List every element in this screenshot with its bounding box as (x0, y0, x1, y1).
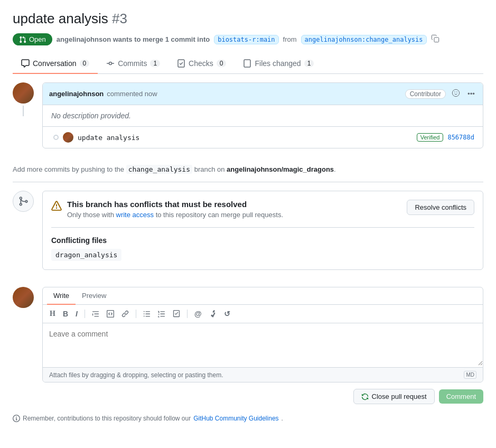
comment-text: No description provided. (51, 111, 131, 120)
toolbar-quote[interactable] (89, 309, 102, 319)
add-commits-notice: Add more commits by pushing to the chang… (13, 157, 483, 182)
comment-header: angelinajohnson commented now Contributo… (43, 83, 483, 105)
pr-title: update analysis #3 (13, 11, 483, 27)
toolbar-code[interactable] (104, 309, 117, 319)
toolbar-sep-2 (136, 310, 136, 318)
commits-count: 1 (150, 60, 160, 67)
toolbar-heading[interactable]: H (47, 308, 58, 320)
contributor-badge: Contributor (405, 89, 446, 99)
emoji-reaction-button[interactable] (450, 87, 462, 100)
toolbar-bold[interactable]: B (60, 308, 71, 320)
write-access-link[interactable]: write access (116, 211, 154, 219)
copy-icon[interactable] (431, 34, 439, 44)
conflict-desc: Only those with write access to this rep… (67, 211, 283, 219)
community-guidelines-link[interactable]: GitHub Community Guidelines (193, 415, 278, 422)
tab-checks[interactable]: Checks 0 (169, 54, 235, 74)
compare-branch[interactable]: angelinajohnson:change_analysis (301, 35, 427, 44)
comment-time: commented now (107, 90, 157, 98)
merge-icon-circle (13, 191, 34, 212)
resolve-conflicts-button[interactable]: Resolve conflicts (407, 200, 474, 215)
tabs: Conversation 0 Commits 1 Checks 0 Files … (13, 54, 483, 74)
toolbar-sep-1 (85, 310, 85, 318)
svg-rect-0 (434, 38, 439, 42)
commit-line: update analysis Verified 856788d (43, 126, 483, 148)
toolbar-tasklist[interactable] (170, 309, 183, 319)
merge-header: This branch has conflicts that must be r… (51, 200, 474, 219)
status-bar: Open angelinajohnson wants to merge 1 co… (13, 33, 483, 45)
commit-avatar (63, 132, 73, 143)
info-icon (13, 415, 20, 422)
commenter-name: angelinajohnson (49, 90, 104, 98)
comment-textarea[interactable] (43, 323, 483, 366)
current-user-avatar (13, 287, 34, 308)
toolbar-ordered-list[interactable] (155, 309, 168, 319)
write-tab[interactable]: Write (47, 287, 76, 305)
sync-icon (361, 393, 369, 400)
commit-dot-icon (53, 135, 59, 140)
base-branch[interactable]: biostats-r:main (214, 35, 278, 44)
markdown-icon: MD (464, 371, 476, 379)
toolbar-link[interactable] (119, 309, 132, 319)
files-changed-icon (243, 59, 251, 68)
toolbar: H B I (43, 305, 483, 323)
conflict-file-name: dragon_analysis (51, 249, 121, 261)
comment-menu-button[interactable]: ••• (466, 88, 476, 99)
bottom-bar: Close pull request Comment (42, 389, 483, 404)
attach-text: Attach files by dragging & dropping, sel… (49, 371, 223, 379)
checks-icon (177, 59, 185, 68)
conversation-icon (21, 59, 30, 68)
branch-code: change_analysis (126, 165, 192, 174)
commits-icon (106, 59, 115, 68)
write-tabs: Write Preview (43, 287, 483, 305)
pr-author: angelinajohnson wants to merge 1 commit … (57, 35, 210, 43)
svg-point-1 (109, 62, 112, 65)
toolbar-reference[interactable] (207, 309, 219, 319)
toolbar-italic[interactable]: I (73, 308, 80, 320)
svg-point-4 (452, 89, 459, 96)
warning-icon (51, 201, 62, 213)
write-section: Write Preview H B I (42, 287, 483, 382)
conflicting-files-title: Conflicting files (51, 236, 474, 245)
merge-branch-icon (18, 196, 29, 207)
toolbar-unordered-list[interactable] (141, 309, 153, 319)
close-pull-request-button[interactable]: Close pull request (353, 389, 435, 404)
open-badge: Open (13, 33, 52, 45)
attach-bar: Attach files by dragging & dropping, sel… (43, 367, 483, 382)
verified-badge: Verified (417, 133, 444, 142)
toolbar-undo[interactable]: ↺ (221, 308, 233, 320)
conflicting-files: Conflicting files dragon_analysis (51, 227, 474, 261)
merge-conflict-section: This branch has conflicts that must be r… (42, 191, 483, 270)
conflict-title: This branch has conflicts that must be r… (67, 200, 283, 209)
preview-tab[interactable]: Preview (76, 287, 113, 305)
author-avatar (13, 82, 34, 104)
toolbar-mention[interactable]: @ (192, 308, 204, 320)
comment-block: angelinajohnson commented now Contributo… (42, 82, 483, 148)
commit-sha[interactable]: 856788d (447, 134, 474, 141)
toolbar-sep-3 (187, 310, 188, 318)
comment-button[interactable]: Comment (439, 389, 483, 404)
repo-name: angelinajohnson/magic_dragons (227, 165, 334, 173)
checks-count: 0 (217, 60, 227, 67)
tab-commits[interactable]: Commits 1 (98, 54, 169, 74)
conversation-count: 0 (80, 60, 90, 67)
footer-note: Remember, contributions to this reposito… (13, 415, 483, 422)
comment-body: No description provided. (43, 105, 483, 126)
commit-message: update analysis (78, 134, 413, 142)
files-changed-count: 1 (304, 60, 314, 67)
tab-files-changed[interactable]: Files changed 1 (235, 54, 322, 74)
tab-conversation[interactable]: Conversation 0 (13, 54, 98, 74)
git-pr-icon (19, 36, 26, 43)
